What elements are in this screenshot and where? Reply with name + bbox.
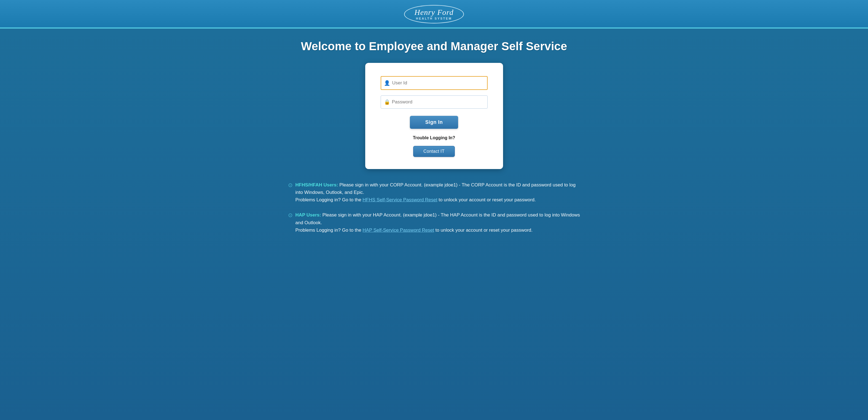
hfhs-link-prefix: Problems Logging in? Go to the: [296, 197, 363, 203]
hap-label: HAP Users:: [296, 212, 321, 217]
info-section: ⊙ HFHS/HFAH Users: Please sign in with y…: [282, 181, 586, 234]
password-input[interactable]: [381, 95, 488, 109]
hfhs-bullet-icon: ⊙: [288, 182, 293, 188]
hap-info-text: HAP Users: Please sign in with your HAP …: [296, 211, 580, 234]
password-input-wrapper: 🔒: [381, 95, 488, 109]
signin-button[interactable]: Sign In: [410, 116, 458, 129]
hap-info-item: ⊙ HAP Users: Please sign in with your HA…: [288, 211, 580, 234]
page-title: Welcome to Employee and Manager Self Ser…: [301, 40, 567, 53]
hfhs-password-reset-link[interactable]: HFHS Self-Service Password Reset: [363, 197, 437, 203]
hap-link-suffix: to unlock your account or reset your pas…: [435, 228, 532, 233]
hfhs-info-item: ⊙ HFHS/HFAH Users: Please sign in with y…: [288, 181, 580, 204]
trouble-text: Trouble Logging In?: [413, 136, 455, 140]
hap-main-text: Please sign in with your HAP Account. (e…: [296, 212, 580, 225]
hap-password-reset-link[interactable]: HAP Self-Service Password Reset: [363, 228, 434, 233]
hap-link-prefix: Problems Logging in? Go to the: [296, 228, 363, 233]
userid-input[interactable]: [381, 76, 488, 90]
main-content: Welcome to Employee and Manager Self Ser…: [0, 28, 868, 420]
logo: Henry Ford Health System: [404, 5, 464, 24]
login-card: 👤 🔒 Sign In Trouble Logging In? Contact …: [365, 63, 503, 169]
header: Henry Ford Health System: [0, 0, 868, 28]
logo-top-text: Henry Ford: [414, 8, 454, 17]
hfhs-link-suffix: to unlock your account or reset your pas…: [438, 197, 535, 203]
logo-bottom-text: Health System: [416, 17, 452, 20]
hfhs-info-text: HFHS/HFAH Users: Please sign in with you…: [296, 181, 580, 204]
hfhs-label: HFHS/HFAH Users:: [296, 182, 338, 187]
contact-it-button[interactable]: Contact IT: [413, 146, 455, 157]
userid-input-wrapper: 👤: [381, 76, 488, 90]
hap-bullet-icon: ⊙: [288, 212, 293, 218]
